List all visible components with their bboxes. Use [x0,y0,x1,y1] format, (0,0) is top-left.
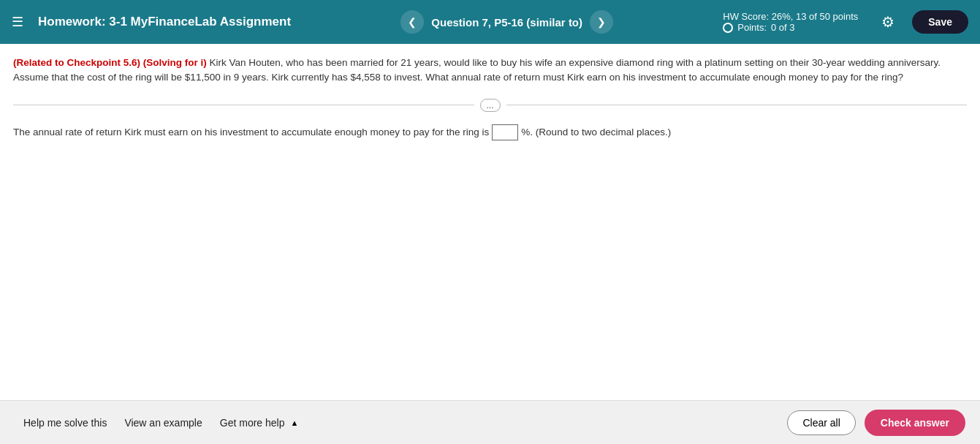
help-me-solve-button[interactable]: Help me solve this [15,411,115,434]
settings-button[interactable]: ⚙ [881,13,894,31]
answer-suffix: %. (Round to two decimal places.) [521,124,671,141]
circle-icon [723,23,733,33]
answer-row: The annual rate of return Kirk must earn… [13,124,967,141]
question-label: Question 7, P5-16 (similar to) [431,16,582,29]
points-row: Points: 0 of 3 [723,22,794,33]
points-value: 0 of 3 [771,22,795,33]
question-header: (Related to Checkpoint 5.6) (Solving for… [13,56,967,86]
get-more-help-label[interactable]: Get more help [211,411,288,434]
divider: ... [13,99,967,112]
score-block: HW Score: 26%, 13 of 50 points Points: 0… [723,11,858,33]
hw-score-label: HW Score: [723,11,769,22]
check-answer-button[interactable]: Check answer [865,410,965,436]
get-more-help-button[interactable]: Get more help ▲ [211,411,299,434]
header: ☰ Homework: 3-1 MyFinanceLab Assignment … [0,0,980,44]
hw-score: HW Score: 26%, 13 of 50 points [723,11,858,22]
checkpoint-ref: (Related to Checkpoint 5.6) [13,57,140,68]
divider-line-right [506,105,968,105]
main-content: (Related to Checkpoint 5.6) (Solving for… [0,44,980,400]
footer: Help me solve this View an example Get m… [0,400,980,444]
divider-line-left [13,105,474,105]
divider-dots[interactable]: ... [480,99,501,112]
question-nav: ❮ Question 7, P5-16 (similar to) ❯ [400,10,613,34]
prev-question-button[interactable]: ❮ [400,10,424,34]
clear-all-button[interactable]: Clear all [787,410,855,435]
next-question-button[interactable]: ❯ [590,10,613,34]
view-example-button[interactable]: View an example [115,411,210,434]
hw-score-value: 26%, 13 of 50 points [772,11,859,22]
solving-for: (Solving for i) [143,57,207,68]
points-label: Points: [737,22,767,33]
page-title: Homework: 3-1 MyFinanceLab Assignment [38,15,291,29]
chevron-up-icon: ▲ [290,418,298,427]
menu-icon[interactable]: ☰ [12,14,23,30]
save-button[interactable]: Save [912,10,968,34]
answer-prefix: The annual rate of return Kirk must earn… [13,124,489,141]
answer-input[interactable] [492,124,518,140]
